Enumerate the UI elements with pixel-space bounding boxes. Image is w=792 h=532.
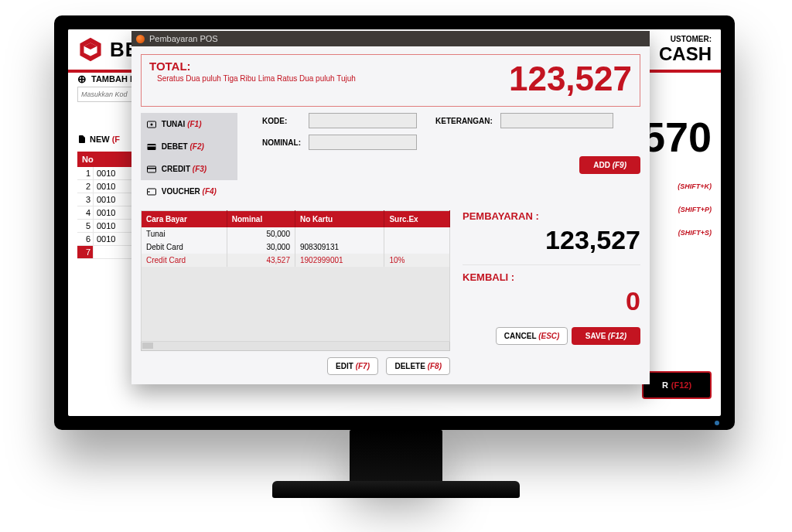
line-no-header: No — [77, 152, 131, 167]
nominal-input[interactable] — [309, 135, 417, 150]
monitor-power-led — [715, 421, 719, 425]
svg-rect-6 — [148, 145, 156, 147]
col-nominal: Nominal — [227, 211, 295, 228]
total-label: TOTAL: — [149, 60, 356, 73]
grand-total-partial: 570 — [642, 113, 712, 161]
table-row[interactable]: Credit Card 43,527 1902999001 10% — [142, 254, 450, 267]
customer-value: CASH — [659, 43, 712, 65]
cancel-button[interactable]: CANCEL (ESC) — [496, 327, 568, 345]
shortcut-p-hint: (SHIFT+P) — [678, 206, 712, 213]
summary-panel: PEMBAYARAN : 123,527 KEMBALI : 0 CANCEL … — [463, 210, 640, 375]
delete-payment-button[interactable]: DELETE (F8) — [386, 357, 450, 375]
app-logo-icon — [77, 36, 104, 63]
nominal-label: NOMINAL: — [262, 138, 309, 147]
shortcut-s-hint: (SHIFT+S) — [678, 229, 712, 237]
dialog-titlebar[interactable]: Pembayaran POS — [131, 31, 650, 46]
tab-debet[interactable]: DEBET (F2) — [141, 135, 237, 158]
svg-point-10 — [148, 191, 150, 193]
keterangan-label: KETERANGAN: — [435, 117, 500, 125]
monitor-neck — [0, 430, 792, 484]
table-row[interactable]: Tunai 50,000 — [142, 227, 450, 240]
dialog-title: Pembayaran POS — [149, 34, 218, 43]
edit-payment-button[interactable]: EDIT (F7) — [327, 357, 378, 375]
kode-input[interactable] — [309, 113, 417, 128]
payment-method-tabs: TUNAI (F1) DEBET (F2) CREDIT (F3) V — [141, 113, 237, 203]
monitor-base — [0, 481, 792, 498]
tab-tunai[interactable]: TUNAI (F1) — [141, 113, 237, 135]
customer-label: USTOMER: — [659, 35, 712, 43]
save-button[interactable]: SAVE (F12) — [572, 327, 640, 345]
svg-rect-7 — [148, 166, 156, 172]
total-amount: 123,527 — [509, 60, 632, 98]
total-panel: TOTAL: Seratus Dua puluh Tiga Ribu Lima … — [141, 54, 640, 107]
monitor-frame: BE USTOMER: CASH ⊕ TAMBAH I 570 (SHIFT+K… — [54, 15, 735, 430]
col-surc: Surc.Ex — [384, 211, 450, 228]
table-row[interactable]: Debit Card 30,000 908309131 — [142, 240, 450, 254]
add-payment-button[interactable]: ADD (F9) — [579, 156, 640, 174]
kode-label: KODE: — [262, 117, 309, 125]
shortcut-k-hint: (SHIFT+K) — [678, 182, 712, 190]
col-method: Cara Bayar — [142, 211, 227, 228]
payments-table-panel: Cara Bayar Nominal No Kartu Surc.Ex Tuna… — [141, 210, 450, 375]
svg-rect-8 — [148, 168, 156, 169]
payment-dialog: Pembayaran POS TOTAL: Seratus Dua puluh … — [131, 31, 650, 384]
plus-circle-icon: ⊕ — [77, 73, 87, 85]
keterangan-input[interactable] — [500, 113, 613, 128]
close-icon[interactable] — [136, 35, 145, 43]
change-label: KEMBALI : — [463, 271, 640, 283]
svg-rect-5 — [148, 144, 156, 150]
tab-credit[interactable]: CREDIT (F3) — [141, 158, 237, 180]
payments-table[interactable]: Cara Bayar Nominal No Kartu Surc.Ex Tuna… — [141, 210, 450, 342]
paid-amount: 123,527 — [463, 225, 640, 255]
svg-point-4 — [151, 124, 153, 126]
tab-voucher[interactable]: VOUCHER (F4) — [141, 180, 237, 203]
change-amount: 0 — [463, 286, 640, 316]
col-card: No Kartu — [295, 211, 384, 228]
table-horizontal-scrollbar[interactable] — [141, 342, 450, 351]
customer-panel: USTOMER: CASH — [659, 35, 712, 65]
paid-label: PEMBAYARAN : — [463, 210, 640, 222]
pay-button[interactable]: R (F12) — [642, 371, 712, 399]
total-words: Seratus Dua puluh Tiga Ribu Lima Ratus D… — [157, 74, 356, 83]
